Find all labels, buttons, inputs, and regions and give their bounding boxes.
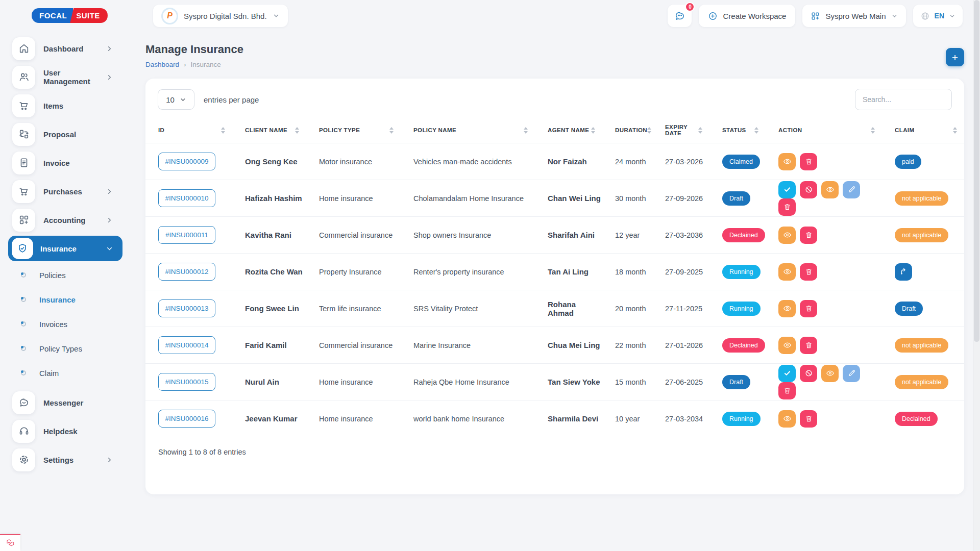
table-row: #INSU000009Ong Seng KeeMotor insuranceVe… <box>145 143 964 180</box>
trash-icon <box>804 157 813 166</box>
view-button[interactable] <box>778 227 796 244</box>
status-badge: Running <box>722 302 761 316</box>
sidebar-subitem-invoices[interactable]: Invoices <box>0 312 129 336</box>
sidebar-subitem-policy-types[interactable]: Policy Types <box>0 336 129 361</box>
chevron-right-icon <box>106 73 113 81</box>
view-button[interactable] <box>778 153 796 170</box>
sidebar-item-insurance[interactable]: Insurance <box>8 236 122 261</box>
sidebar-item-user-management[interactable]: User Management <box>0 63 129 91</box>
debugbar-toggle[interactable] <box>0 534 20 551</box>
column-header-policy-type[interactable]: POLICY TYPE <box>306 117 401 143</box>
chevron-down-icon <box>106 245 113 253</box>
insurance-id-link[interactable]: #INSU000015 <box>158 373 215 391</box>
company-selector[interactable]: P Syspro Digital Sdn. Bhd. <box>153 5 288 27</box>
cell-policy-type: Home insurance <box>306 180 401 217</box>
cell-agent-name: Tan Ai Ling <box>535 254 602 290</box>
column-header-status[interactable]: STATUS <box>709 117 766 143</box>
sidebar-item-messenger[interactable]: Messenger <box>0 388 129 417</box>
cell-duration: 24 month <box>602 143 652 180</box>
column-header-expiry-date[interactable]: EXPIRY DATE <box>652 117 709 143</box>
column-header-label: AGENT NAME <box>548 127 589 133</box>
delete-button[interactable] <box>800 263 817 281</box>
chevron-right-icon <box>106 45 113 53</box>
agent-name: Sharmila Devi <box>548 414 598 423</box>
bullet-icon <box>21 321 26 327</box>
insurance-id-link[interactable]: #INSU000016 <box>158 410 215 428</box>
create-workspace-button[interactable]: Create Workspace <box>699 5 795 27</box>
cell-action <box>766 400 882 437</box>
cell-action <box>766 180 882 217</box>
sidebar-item-settings[interactable]: Settings <box>0 445 129 474</box>
breadcrumb-dashboard-link[interactable]: Dashboard <box>145 61 179 68</box>
view-button[interactable] <box>821 365 839 382</box>
cell-client-name: Farid Kamil <box>232 327 306 364</box>
sidebar-item-items[interactable]: Items <box>0 91 129 120</box>
delete-button[interactable] <box>778 198 796 216</box>
table-controls: 10 entries per page <box>145 79 964 110</box>
insurance-id-link[interactable]: #INSU000012 <box>158 263 215 281</box>
column-header-id[interactable]: ID <box>145 117 232 143</box>
sidebar-item-dashboard[interactable]: Dashboard <box>0 34 129 63</box>
ban-button[interactable] <box>800 365 817 382</box>
approve-button[interactable] <box>778 365 796 382</box>
delete-button[interactable] <box>800 153 817 170</box>
approve-button[interactable] <box>778 181 796 198</box>
insurance-id-link[interactable]: #INSU000013 <box>158 299 215 317</box>
delete-button[interactable] <box>800 410 817 428</box>
column-header-claim[interactable]: CLAIM <box>882 117 964 143</box>
column-header-action[interactable]: ACTION <box>766 117 882 143</box>
invoice-icon <box>12 152 35 174</box>
page-head: Manage Insurance Dashboard › Insurance + <box>145 43 964 68</box>
sidebar-item-accounting[interactable]: Accounting <box>0 206 129 234</box>
view-button[interactable] <box>821 181 839 198</box>
sidebar-subitem-policies[interactable]: Policies <box>0 263 129 287</box>
column-header-duration[interactable]: DURATION <box>602 117 652 143</box>
ban-button[interactable] <box>800 181 817 198</box>
cell-policy-name: SRS Vitality Protect <box>401 290 535 327</box>
company-logo-icon: P <box>161 8 178 24</box>
claim-badge: not applicable <box>895 375 948 389</box>
insurance-id-link[interactable]: #INSU000014 <box>158 336 215 354</box>
cell-id: #INSU000011 <box>145 217 232 254</box>
language-selector[interactable]: EN <box>913 5 963 27</box>
column-header-client-name[interactable]: CLIENT NAME <box>232 117 306 143</box>
insurance-id-link[interactable]: #INSU000010 <box>158 189 215 207</box>
insurance-id-link[interactable]: #INSU000009 <box>158 153 215 170</box>
workspace-selector[interactable]: Syspro Web Main <box>802 5 905 27</box>
view-button[interactable] <box>778 337 796 354</box>
edit-button[interactable] <box>843 365 860 382</box>
view-button[interactable] <box>778 410 796 428</box>
column-header-policy-name[interactable]: POLICY NAME <box>401 117 535 143</box>
add-insurance-button[interactable]: + <box>946 48 964 66</box>
sidebar-item-purchases[interactable]: Purchases <box>0 177 129 206</box>
search-input[interactable] <box>855 89 952 110</box>
chat-button[interactable]: 0 <box>668 5 692 27</box>
check-icon <box>783 369 792 378</box>
cell-policy-name: Marine Insurance <box>401 327 535 364</box>
status-badge: Running <box>722 265 761 279</box>
view-button[interactable] <box>778 300 796 317</box>
sidebar-item-label: Accounting <box>43 216 86 224</box>
entries-per-page-select[interactable]: 10 <box>158 89 194 110</box>
delete-button[interactable] <box>778 382 796 399</box>
client-name: Fong Swee Lin <box>245 304 299 313</box>
column-header-agent-name[interactable]: AGENT NAME <box>535 117 602 143</box>
table-row: #INSU000012Rozita Che WanProperty Insura… <box>145 254 964 290</box>
sidebar-item-helpdesk[interactable]: Helpdesk <box>0 417 129 445</box>
table-row: #INSU000015Nurul AinHome insuranceRaheja… <box>145 364 964 400</box>
edit-button[interactable] <box>843 181 860 198</box>
delete-button[interactable] <box>800 227 817 244</box>
claim-route-button[interactable] <box>895 263 912 281</box>
cell-policy-name: Raheja Qbe Home Insurance <box>401 364 535 400</box>
sidebar-item-proposal[interactable]: Proposal <box>0 120 129 148</box>
scrollbar-thumb[interactable] <box>974 0 979 342</box>
sidebar-subitem-insurance[interactable]: Insurance <box>0 287 129 312</box>
view-button[interactable] <box>778 263 796 281</box>
cell-agent-name: Sharmila Devi <box>535 400 602 437</box>
topbar: P Syspro Digital Sdn. Bhd. 0 Create Work… <box>129 0 973 32</box>
insurance-id-link[interactable]: #INSU000011 <box>158 226 215 244</box>
sidebar-item-invoice[interactable]: Invoice <box>0 148 129 177</box>
delete-button[interactable] <box>800 337 817 354</box>
sidebar-subitem-claim[interactable]: Claim <box>0 361 129 385</box>
delete-button[interactable] <box>800 300 817 317</box>
